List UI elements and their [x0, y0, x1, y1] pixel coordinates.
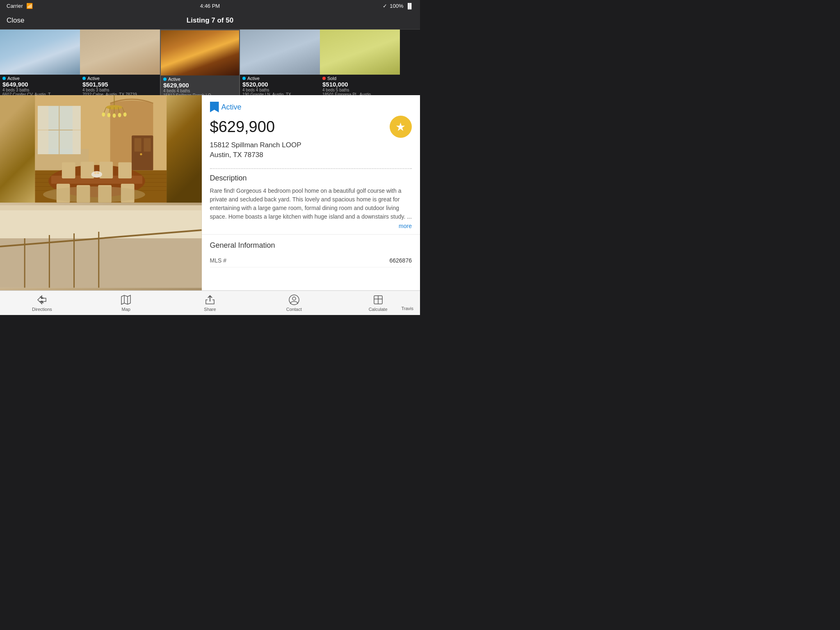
- main-content: Active $629,900 ★ 15812 Spillman Ranch L…: [0, 95, 420, 290]
- carousel-addr-2: 7032 Calpe, Austin, TX 78739: [82, 92, 158, 95]
- mls-row: MLS # 6626876: [210, 254, 412, 267]
- dining-photo[interactable]: [0, 95, 202, 203]
- close-button[interactable]: Close: [7, 16, 24, 25]
- svg-rect-15: [135, 138, 142, 152]
- carousel-price-2: $501,595: [82, 81, 158, 88]
- nav-bar: Close Listing 7 of 50: [0, 11, 420, 30]
- svg-point-28: [118, 113, 121, 117]
- carousel-info-3: Active $629,900 4 beds 4 baths 15812 Spi…: [161, 75, 239, 95]
- carousel-item-2[interactable]: Active $501,595 4 beds 3 baths 7032 Calp…: [80, 30, 160, 95]
- svg-point-58: [292, 297, 296, 300]
- svg-point-41: [94, 172, 97, 175]
- directions-icon: [36, 294, 48, 306]
- detail-header: Active $629,900 ★ 15812 Spillman Ranch L…: [202, 95, 420, 163]
- svg-rect-45: [0, 238, 202, 288]
- tab-map-label: Map: [121, 307, 130, 312]
- nav-title: Listing 7 of 50: [187, 16, 233, 25]
- svg-rect-13: [73, 106, 81, 154]
- status-dot-2: [82, 77, 86, 80]
- share-icon: [204, 294, 216, 306]
- status-bar-time: 4:46 PM: [200, 3, 220, 9]
- description-section: Description Rare find! Gorgeous 4 bedroo…: [202, 174, 420, 229]
- status-bar-right: ✓ 100% ▐▌: [383, 3, 413, 9]
- tab-map[interactable]: Map: [110, 294, 142, 312]
- svg-rect-12: [38, 106, 48, 154]
- svg-point-43: [43, 187, 145, 203]
- secondary-photo[interactable]: [0, 203, 202, 290]
- battery-label: 100%: [390, 3, 403, 9]
- battery-icon: ▐▌: [406, 3, 413, 9]
- listing-carousel: Active $649,900 4 beds 3 baths 6607 Coni…: [0, 30, 420, 95]
- carousel-beds-2: 4 beds 3 baths: [82, 88, 158, 92]
- tab-calculate-label: Calculate: [369, 307, 388, 312]
- svg-rect-32: [62, 162, 75, 178]
- carrier-label: Carrier: [7, 3, 23, 9]
- tab-contact[interactable]: Contact: [278, 294, 310, 312]
- tab-share[interactable]: Share: [194, 294, 226, 312]
- detail-panel: Active $629,900 ★ 15812 Spillman Ranch L…: [202, 95, 420, 290]
- carousel-price-5: $510,000: [322, 81, 397, 88]
- carousel-addr-5: 18501 Empresa PL, Austin,...: [322, 92, 397, 95]
- listing-price: $629,900: [210, 118, 275, 136]
- wifi-icon: 📶: [26, 3, 33, 9]
- carousel-status-1: Active: [2, 76, 78, 81]
- status-dot-4: [242, 77, 246, 80]
- carousel-status-5: Sold: [322, 76, 397, 81]
- status-bar-left: Carrier 📶: [7, 3, 33, 9]
- travis-label: Travis: [401, 306, 413, 311]
- carousel-item-1[interactable]: Active $649,900 4 beds 3 baths 6607 Coni…: [0, 30, 80, 95]
- active-status-text: Active: [221, 103, 242, 112]
- svg-point-40: [91, 171, 102, 178]
- active-badge: Active: [210, 102, 412, 112]
- carousel-info-1: Active $649,900 4 beds 3 baths 6607 Coni…: [0, 75, 80, 95]
- star-icon: ★: [395, 120, 406, 134]
- carousel-addr-4: 190 Granite LN, Austin, TX...: [242, 92, 317, 95]
- tab-calculate[interactable]: Calculate: [362, 294, 395, 312]
- carousel-beds-5: 4 beds 5 baths: [322, 88, 397, 92]
- favorite-button[interactable]: ★: [390, 116, 412, 138]
- address-line2: Austin, TX 78738: [210, 150, 412, 160]
- carousel-price-3: $629,900: [163, 82, 237, 89]
- svg-point-25: [102, 112, 105, 116]
- carousel-item-3[interactable]: Active $629,900 4 beds 4 baths 15812 Spi…: [160, 30, 240, 95]
- carousel-item-5[interactable]: Sold $510,000 4 beds 5 baths 18501 Empre…: [320, 30, 400, 95]
- contact-icon: [288, 294, 300, 306]
- tab-share-label: Share: [204, 307, 216, 312]
- svg-point-27: [113, 114, 116, 118]
- listing-address: 15812 Spillman Ranch LOOP Austin, TX 787…: [210, 140, 412, 160]
- description-title: Description: [210, 174, 412, 183]
- carousel-status-3: Active: [163, 77, 237, 82]
- more-link[interactable]: more: [210, 223, 412, 229]
- carousel-image-5: [320, 30, 400, 75]
- svg-point-42: [97, 172, 99, 174]
- carousel-price-1: $649,900: [2, 81, 78, 88]
- divider: [210, 168, 412, 169]
- mls-label: MLS #: [210, 257, 226, 264]
- svg-point-26: [107, 113, 110, 117]
- mls-value: 6626876: [389, 257, 412, 264]
- carousel-info-5: Sold $510,000 4 beds 5 baths 18501 Empre…: [320, 75, 400, 95]
- photo-panel: [0, 95, 202, 290]
- carousel-addr-1: 6607 Conifer CV, Austin, T...: [2, 92, 78, 95]
- carousel-image-2: [80, 30, 160, 75]
- carousel-info-2: Active $501,595 4 beds 3 baths 7032 Calp…: [80, 75, 160, 95]
- calculate-icon: [372, 294, 384, 306]
- carousel-price-4: $520,000: [242, 81, 317, 88]
- bookmark-icon: [210, 102, 219, 112]
- carousel-status-2: Active: [82, 76, 158, 81]
- svg-rect-35: [118, 162, 132, 178]
- dining-room-svg: [0, 95, 202, 203]
- carousel-beds-1: 4 beds 3 baths: [2, 88, 78, 92]
- carousel-status-4: Active: [242, 76, 317, 81]
- carousel-image-4: [240, 30, 320, 75]
- carousel-item-4[interactable]: Active $520,000 4 beds 4 baths 190 Grani…: [240, 30, 320, 95]
- map-icon: [120, 294, 132, 306]
- tab-directions[interactable]: Directions: [25, 294, 58, 312]
- secondary-photo-svg: [0, 203, 202, 290]
- carousel-image-3: [161, 30, 239, 75]
- svg-rect-52: [0, 205, 202, 210]
- carousel-info-4: Active $520,000 4 beds 4 baths 190 Grani…: [240, 75, 320, 95]
- tab-contact-label: Contact: [286, 307, 302, 312]
- tab-bar: Directions Map Share Contact Calcula: [0, 290, 420, 315]
- carousel-beds-3: 4 beds 4 baths: [163, 89, 237, 93]
